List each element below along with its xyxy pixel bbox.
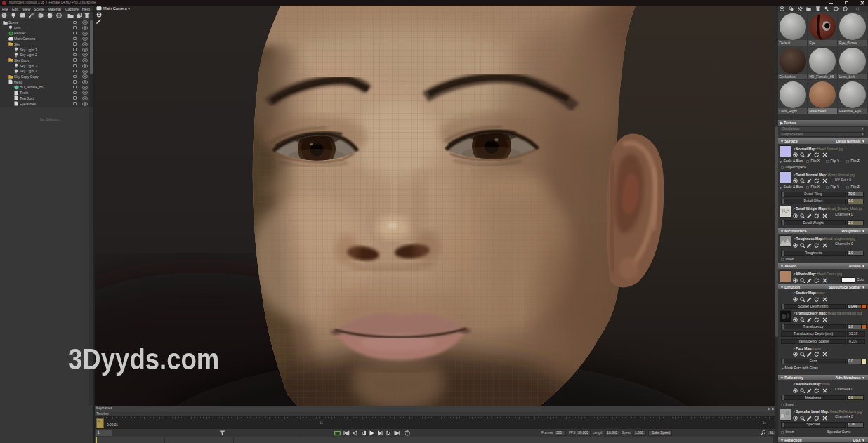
svg-text:Main Camera ▾: Main Camera ▾: [103, 6, 130, 11]
